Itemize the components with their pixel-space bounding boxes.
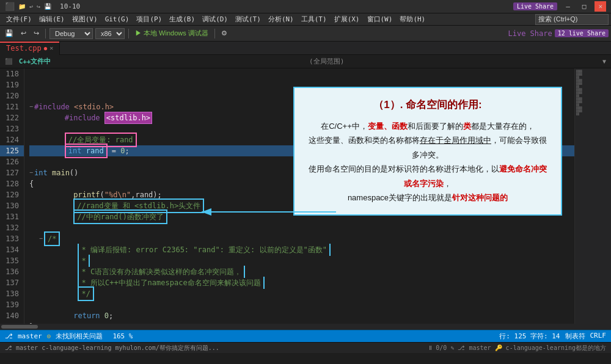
menu-file[interactable]: 文件(F) — [2, 13, 35, 25]
line-ending: CRLF — [590, 332, 607, 341]
line-120: 120 — [0, 90, 24, 101]
line-118: 118 — [0, 68, 24, 79]
titlebar: ⬛ 📁 ↩ ↪ 💾 10-10 Live Share — □ ✕ — [0, 0, 611, 13]
statusbar2: ⎇ master c-language-learning myhulon.com… — [0, 342, 611, 353]
live-share-count: 12 live Share — [555, 29, 609, 37]
undo-button[interactable]: ↩ — [18, 28, 29, 39]
menu-project[interactable]: 项目(P) — [133, 13, 166, 25]
line-125: 125 — [0, 145, 24, 156]
code-line-139 — [29, 299, 574, 310]
code-line-141: } — [29, 321, 574, 324]
line-131: 131 — [0, 211, 24, 222]
line-122: 122 — [0, 112, 24, 123]
line-124: 124 — [0, 134, 24, 145]
line-123: 123 — [0, 123, 24, 134]
code-line-118 — [29, 68, 574, 79]
window-title: 10-10 — [60, 2, 80, 10]
info-popup-body: 在C/C++中，变量、函数和后面要了解的类都是大量存在的， 这些变量、函数和类的… — [307, 119, 549, 205]
menu-tools[interactable]: 工具(T) — [298, 13, 331, 25]
line-134: 134 — [0, 244, 24, 255]
info-popup: （1）. 命名空间的作用: 在C/C++中，变量、函数和后面要了解的类都是大量存… — [293, 87, 562, 216]
menu-git[interactable]: Git(G) — [101, 13, 133, 25]
line-132: 132 — [0, 222, 24, 233]
line-col: 行: 125 字符: 14 — [499, 332, 560, 341]
menu-build[interactable]: 生成(B) — [166, 13, 199, 25]
tab-test-cpp[interactable]: Test.cpp ● ✕ — [0, 42, 60, 55]
menu-help[interactable]: 帮助(H) — [396, 13, 429, 25]
menu-view[interactable]: 视图(V) — [68, 13, 101, 25]
redo-button[interactable]: ↪ — [31, 28, 42, 39]
statusbar2-right: Ⅱ 0/0 ✎ ⎇ master 🔑 c-language-learning都是… — [429, 344, 606, 352]
line-126: 126 — [0, 156, 24, 167]
code-line-140: return 0; — [29, 310, 574, 321]
status-bar-right: 行: 125 字符: 14 制表符 CRLF — [499, 332, 606, 341]
code-line-133: − /* — [29, 233, 574, 244]
line-141: 141 — [0, 321, 24, 324]
annotation-arrow — [165, 200, 348, 224]
tab-close-button[interactable]: ✕ — [49, 45, 53, 51]
titlebar-left: ⬛ 📁 ↩ ↪ 💾 10-10 — [5, 2, 80, 11]
scrollbar-thumb[interactable] — [1, 325, 38, 329]
code-area[interactable]: − #include <stdio.h> #include <stdlib.h>… — [24, 68, 574, 324]
line-139: 139 — [0, 299, 24, 310]
tabbar: Test.cpp ● ✕ — [0, 42, 611, 55]
code-line-138: */ — [29, 288, 574, 299]
menu-edit[interactable]: 编辑(E) — [35, 13, 68, 25]
platform-select[interactable]: x86 x64 — [95, 28, 125, 39]
toolbar-right: Live Share 12 live Share — [508, 29, 609, 38]
line-127: 127 — [0, 167, 24, 178]
line-136: 136 — [0, 266, 24, 277]
titlebar-right: Live Share — □ ✕ — [513, 1, 606, 12]
line-129: 129 — [0, 189, 24, 200]
toolbar-icons: 📁 ↩ ↪ 💾 — [18, 3, 51, 10]
run-button[interactable]: ▶ 本地 Windows 调试器 — [133, 28, 211, 39]
breadcrumb-right: ▼ — [602, 58, 606, 65]
separator3 — [214, 29, 215, 38]
line-137: 137 — [0, 277, 24, 288]
separator — [45, 29, 46, 38]
tab-filename: Test.cpp — [6, 44, 42, 53]
toolbar-extra[interactable]: ⚙ — [219, 28, 230, 39]
line-numbers-gutter: 118 119 120 121 122 123 124 125 126 127 … — [0, 68, 24, 324]
toolbar: 💾 ↩ ↪ Debug Release x86 x64 ▶ 本地 Windows… — [0, 26, 611, 42]
debug-config-select[interactable]: Debug Release — [49, 28, 93, 39]
breadcrumb-bar: ⬛ C++文件中 (全局范围) ▼ — [0, 55, 611, 68]
zoom-level: 165 % — [112, 332, 133, 340]
live-share-badge[interactable]: Live Share — [513, 2, 557, 10]
line-128: 128 — [0, 178, 24, 189]
line-121: 121 — [0, 101, 24, 112]
line-133: 133 — [0, 233, 24, 244]
minimize-btn[interactable]: — — [562, 1, 574, 12]
statusbar2-text: ⎇ master c-language-learning myhulon.com… — [5, 344, 219, 352]
status-dot: ⊙ — [47, 332, 51, 340]
status-no-issues[interactable]: 未找到相关问题 — [56, 332, 103, 341]
live-share-label[interactable]: Live Share — [508, 29, 552, 38]
breadcrumb: ⬛ C++文件中 — [5, 57, 51, 66]
menu-extensions[interactable]: 扩展(X) — [331, 13, 364, 25]
close-btn[interactable]: ✕ — [595, 1, 606, 12]
menu-debug[interactable]: 调试(D) — [199, 13, 232, 25]
menubar: 文件(F) 编辑(E) 视图(V) Git(G) 项目(P) 生成(B) 调试(… — [0, 13, 611, 26]
separator2 — [128, 29, 129, 38]
info-para3: 使用命名空间的目的是对标识符的名称进行本地化，以避免命名冲突或名字污染， — [307, 162, 549, 191]
info-popup-title: （1）. 命名空间的作用: — [307, 98, 549, 112]
line-140: 140 — [0, 310, 24, 321]
maximize-btn[interactable]: □ — [579, 1, 590, 12]
repo-info: Ⅱ 0/0 ✎ ⎇ master 🔑 c-language-learning都是… — [429, 344, 606, 352]
info-para1: 在C/C++中，变量、函数和后面要了解的类都是大量存在的， — [307, 119, 549, 133]
code-line-135: * — [29, 255, 574, 266]
search-input[interactable] — [535, 14, 609, 25]
menu-analyze[interactable]: 分析(N) — [265, 13, 298, 25]
minimap-label: (全局范围) — [309, 57, 344, 66]
code-line-134: * 编译后报错: error C2365: "rand": 重定义: 以前的定义… — [29, 244, 574, 255]
code-line-137: * 所以C++中提出了namespace命名空间来解决该问题 — [29, 277, 574, 288]
line-119: 119 — [0, 79, 24, 90]
editor-container: 118 119 120 121 122 123 124 125 126 127 … — [0, 68, 611, 324]
menu-test[interactable]: 测试(T) — [232, 13, 265, 25]
menu-window[interactable]: 窗口(W) — [364, 13, 397, 25]
horizontal-scrollbar[interactable] — [0, 324, 611, 330]
branch-icon: ⎇ — [5, 332, 13, 340]
line-138: 138 — [0, 288, 24, 299]
save-button[interactable]: 💾 — [2, 28, 16, 39]
branch-name[interactable]: master — [18, 332, 42, 340]
